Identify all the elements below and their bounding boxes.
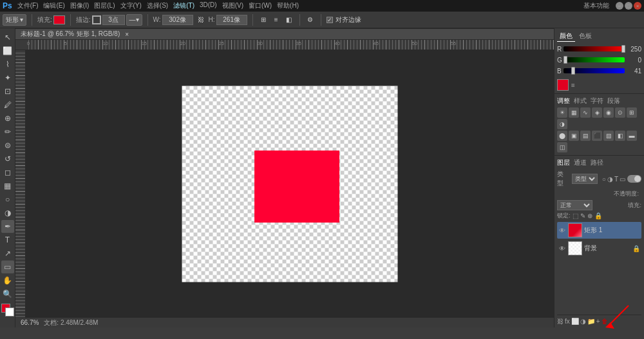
titlebar-menu-layer[interactable]: 图层(L) — [94, 1, 115, 10]
stroke-color-swatch[interactable] — [92, 15, 101, 24]
titlebar-menu-text[interactable]: 文字(Y) — [120, 1, 142, 10]
geometry-options-button[interactable]: ⚙ — [305, 15, 316, 25]
tool-brush[interactable]: ✏ — [1, 125, 14, 138]
adj-vibrance-icon[interactable]: ◉ — [603, 107, 614, 118]
tool-pen[interactable]: ✒ — [1, 220, 14, 233]
path-operations-button[interactable]: ⊞ — [258, 15, 269, 25]
tool-eyedropper[interactable]: 🖉 — [1, 98, 14, 111]
g-slider-track[interactable] — [564, 57, 625, 62]
titlebar-menu-image[interactable]: 图像(I) — [70, 1, 89, 10]
tool-text[interactable]: T — [1, 234, 14, 246]
stroke-type-selector[interactable]: — ▾ — [126, 14, 142, 26]
tool-healing[interactable]: ⊕ — [1, 112, 14, 125]
fg-bg-color-swatches[interactable] — [1, 304, 14, 316]
color-panel-menu-icon[interactable]: ≡ — [571, 82, 575, 89]
tool-crop[interactable]: ⊡ — [1, 85, 14, 98]
link-dimensions-button[interactable]: ⛓ — [196, 15, 206, 25]
titlebar-menu-view[interactable]: 视图(V) — [222, 1, 243, 10]
layer-filter-shape-icon[interactable]: ▭ — [620, 176, 625, 183]
lock-all-icon[interactable]: 🔒 — [594, 212, 602, 219]
window-close-button[interactable]: × — [634, 2, 641, 10]
r-slider-track[interactable] — [564, 46, 625, 51]
adj-posterize-icon[interactable]: ▧ — [603, 131, 614, 141]
align-edges-checkbox[interactable]: ✓ — [327, 17, 333, 23]
layer-item-background[interactable]: 👁 背景 🔒 — [557, 240, 641, 257]
b-slider-track[interactable] — [564, 68, 625, 73]
tool-hand[interactable]: ✋ — [1, 274, 14, 287]
r-slider-thumb[interactable] — [621, 45, 625, 53]
layer-filter-adjust-icon[interactable]: ◑ — [607, 176, 613, 183]
titlebar-menu-file[interactable]: 文件(F) — [17, 1, 39, 10]
tool-dodge[interactable]: ◑ — [1, 206, 14, 219]
tab-swatches[interactable]: 色板 — [576, 31, 594, 42]
window-minimize-button[interactable]: − — [616, 2, 623, 10]
adj-colorbalance-icon[interactable]: ⊞ — [627, 107, 637, 118]
adj-photofilter-icon[interactable]: ⬤ — [557, 131, 567, 141]
b-slider-thumb[interactable] — [571, 67, 575, 75]
titlebar-menu-filter[interactable]: 滤镜(T) — [173, 1, 194, 10]
adj-curves-icon[interactable]: ∿ — [580, 107, 591, 118]
layer-delete-icon[interactable]: 🗑 — [601, 318, 608, 325]
layer-item-shape[interactable]: 👁 矩形 1 — [557, 222, 641, 239]
adj-brightness-icon[interactable]: ☀ — [557, 107, 567, 118]
background-color-swatch[interactable] — [5, 307, 14, 316]
layer-link-icon[interactable]: ⛓ — [557, 318, 564, 325]
adj-selectivecolor-icon[interactable]: ◫ — [557, 142, 567, 152]
layer-filter-text-icon[interactable]: T — [614, 176, 618, 183]
tab-color[interactable]: 颜色 — [557, 31, 575, 42]
tool-eraser[interactable]: ◻ — [1, 166, 14, 179]
color-current-swatch[interactable] — [557, 79, 569, 91]
tab-styles[interactable]: 样式 — [574, 96, 587, 105]
layer-folder-icon[interactable]: 📁 — [587, 318, 595, 325]
tab-channels[interactable]: 通道 — [574, 158, 587, 167]
tab-paragraph[interactable]: 段落 — [607, 96, 620, 105]
height-input[interactable] — [216, 15, 247, 25]
width-input[interactable] — [162, 15, 193, 25]
fill-color-swatch[interactable] — [53, 15, 65, 24]
layer-new-icon[interactable]: + — [596, 318, 600, 325]
titlebar-menu-3d[interactable]: 3D(D) — [200, 1, 217, 10]
window-maximize-button[interactable]: □ — [625, 2, 632, 10]
lock-transparent-icon[interactable]: ⬚ — [573, 212, 578, 219]
close-doc-icon[interactable]: × — [125, 31, 129, 38]
canvas-viewport[interactable] — [26, 50, 554, 317]
g-slider-thumb[interactable] — [564, 56, 567, 64]
layer-visibility-shape[interactable]: 👁 — [558, 226, 566, 234]
tool-history[interactable]: ↺ — [1, 152, 14, 165]
tab-character[interactable]: 字符 — [591, 96, 603, 105]
titlebar-menu-window[interactable]: 窗口(W) — [249, 1, 272, 10]
layer-blend-mode-select[interactable]: 正常 — [557, 200, 592, 210]
document-tab[interactable]: 未标题-1 @ 66.7% 矩形 1, RGB/8) × — [15, 28, 554, 40]
adj-gradientmap-icon[interactable]: ▬ — [627, 131, 637, 141]
lock-image-icon[interactable]: ✎ — [580, 212, 585, 219]
layer-adjustment-icon[interactable]: ◑ — [580, 318, 586, 325]
tab-layers[interactable]: 图层 — [557, 158, 570, 167]
adj-bw-icon[interactable]: ◑ — [557, 119, 567, 129]
shape-type-selector[interactable]: 矩形 ▾ — [3, 14, 26, 26]
layer-mask-icon[interactable]: ⬜ — [571, 318, 579, 325]
titlebar-menu-edit[interactable]: 编辑(E) — [43, 1, 64, 10]
tab-adjustments[interactable]: 调整 — [557, 96, 570, 105]
tool-marquee[interactable]: ⬜ — [1, 44, 14, 57]
tool-path-select[interactable]: ↗ — [1, 247, 14, 260]
tool-shape[interactable]: ▭ — [1, 261, 14, 273]
adj-threshold-icon[interactable]: ◧ — [615, 131, 625, 141]
lock-position-icon[interactable]: ⊕ — [587, 212, 592, 219]
adj-colorlookup-icon[interactable]: ▤ — [580, 131, 591, 141]
tool-blur[interactable]: ○ — [1, 193, 14, 206]
tool-lasso[interactable]: ⌇ — [1, 58, 14, 71]
path-alignment-button[interactable]: ≡ — [271, 15, 281, 25]
titlebar-menu-help[interactable]: 帮助(H) — [277, 1, 299, 10]
adj-exposure-icon[interactable]: ◈ — [592, 107, 602, 118]
tab-paths[interactable]: 路径 — [591, 158, 603, 167]
tool-wand[interactable]: ✦ — [1, 71, 14, 84]
layer-filter-pixel-icon[interactable]: ○ — [602, 176, 606, 183]
path-arrangement-button[interactable]: ◧ — [284, 15, 294, 25]
layers-filter-select[interactable]: 类型 — [572, 174, 598, 184]
tool-move[interactable]: ↖ — [1, 31, 14, 44]
layer-visibility-bg[interactable]: 👁 — [558, 244, 566, 252]
adj-invert-icon[interactable]: ⬛ — [592, 131, 602, 141]
tool-clone[interactable]: ⊜ — [1, 139, 14, 152]
layer-filter-toggle[interactable] — [627, 175, 641, 183]
adj-levels-icon[interactable]: ▦ — [569, 107, 579, 118]
